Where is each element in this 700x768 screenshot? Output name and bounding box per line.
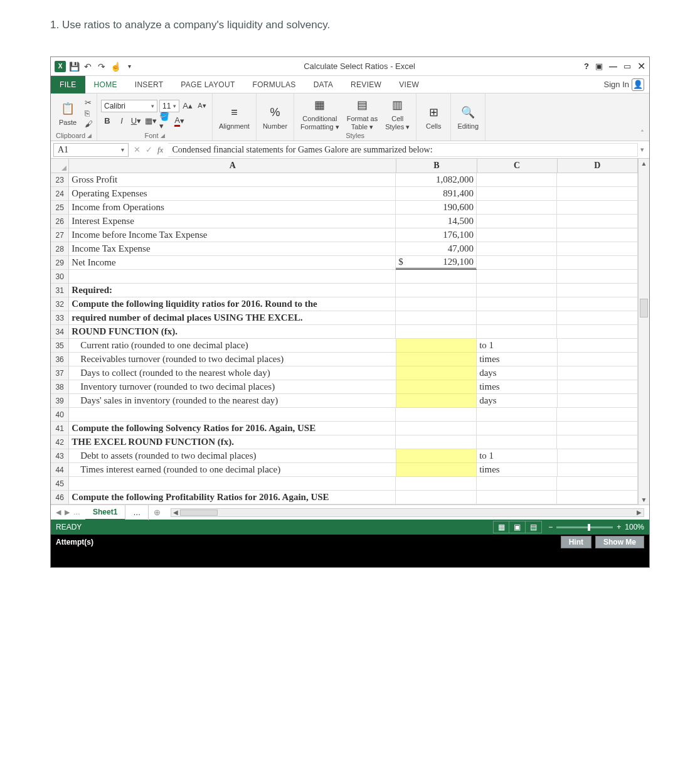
cell[interactable] bbox=[557, 491, 638, 504]
redo-icon[interactable]: ↷ bbox=[96, 61, 107, 72]
border-button[interactable]: ▦▾ bbox=[144, 115, 157, 127]
touch-mode-icon[interactable]: ☝ bbox=[110, 61, 121, 72]
cell[interactable] bbox=[477, 284, 558, 297]
row-header[interactable]: 35 bbox=[51, 339, 69, 353]
cell[interactable] bbox=[396, 284, 477, 297]
cell[interactable]: Net Income bbox=[69, 256, 396, 270]
cell[interactable] bbox=[396, 339, 477, 353]
cell[interactable] bbox=[477, 325, 558, 339]
font-name-combo[interactable]: Calibri▾ bbox=[101, 100, 157, 112]
row-header[interactable]: 31 bbox=[51, 284, 69, 297]
cell[interactable] bbox=[396, 422, 477, 435]
cell[interactable] bbox=[557, 325, 638, 339]
row-header[interactable]: 33 bbox=[51, 311, 69, 325]
row-header[interactable]: 32 bbox=[51, 297, 69, 311]
cell[interactable]: Current ratio (rounded to one decimal pl… bbox=[69, 339, 396, 353]
row-header[interactable]: 26 bbox=[51, 215, 69, 228]
row-header[interactable]: 36 bbox=[51, 353, 69, 366]
page-layout-view-icon[interactable]: ▣ bbox=[509, 521, 526, 533]
row-header[interactable]: 38 bbox=[51, 380, 69, 394]
row-header[interactable]: 29 bbox=[51, 256, 69, 270]
collapse-ribbon-icon[interactable]: ˄ bbox=[635, 127, 649, 141]
cell[interactable] bbox=[558, 366, 638, 380]
editing-button[interactable]: 🔍Editing bbox=[455, 102, 481, 131]
cell[interactable]: Days' sales in inventory (rounded to the… bbox=[69, 394, 396, 408]
cell[interactable] bbox=[477, 173, 558, 187]
tab-insert[interactable]: INSERT bbox=[126, 76, 172, 93]
cell[interactable] bbox=[477, 215, 558, 228]
tab-page-layout[interactable]: PAGE LAYOUT bbox=[172, 76, 243, 93]
cell[interactable]: Income from Operations bbox=[69, 201, 396, 215]
cell[interactable] bbox=[396, 270, 477, 284]
cell[interactable] bbox=[477, 187, 558, 201]
col-header-c[interactable]: C bbox=[477, 159, 558, 173]
cell[interactable] bbox=[396, 311, 477, 325]
copy-icon[interactable]: ⎘ bbox=[85, 109, 93, 118]
cell[interactable]: to 1 bbox=[477, 339, 557, 353]
col-header-a[interactable]: A bbox=[69, 159, 396, 173]
cell[interactable]: 891,400 bbox=[396, 187, 477, 201]
cell[interactable]: to 1 bbox=[477, 449, 557, 463]
cell[interactable] bbox=[558, 463, 638, 477]
cell[interactable] bbox=[69, 270, 396, 284]
cell[interactable] bbox=[396, 491, 477, 504]
row-header[interactable]: 43 bbox=[51, 449, 69, 463]
cell[interactable] bbox=[557, 173, 638, 187]
zoom-slider[interactable] bbox=[556, 526, 613, 528]
cell[interactable]: THE EXCEL ROUND FUNCTION (fx). bbox=[69, 435, 396, 449]
spreadsheet-grid[interactable]: A B C D 23Gross Profit1,082,00024Operati… bbox=[51, 159, 638, 504]
cell[interactable] bbox=[557, 422, 638, 435]
hscroll-thumb[interactable] bbox=[180, 509, 218, 516]
cell[interactable] bbox=[558, 339, 638, 353]
cell[interactable] bbox=[557, 270, 638, 284]
cell[interactable]: required number of decimal places USING … bbox=[69, 311, 396, 325]
row-header[interactable]: 24 bbox=[51, 187, 69, 201]
cell[interactable] bbox=[396, 449, 477, 463]
tab-file[interactable]: FILE bbox=[51, 76, 85, 93]
cell[interactable]: days bbox=[477, 394, 557, 408]
cell[interactable] bbox=[557, 201, 638, 215]
cell[interactable] bbox=[69, 408, 396, 422]
normal-view-icon[interactable]: ▦ bbox=[493, 521, 509, 533]
cell[interactable] bbox=[557, 242, 638, 256]
fill-color-button[interactable]: 🪣▾ bbox=[159, 115, 171, 127]
cell[interactable]: Compute the following Solvency Ratios fo… bbox=[69, 422, 396, 435]
row-header[interactable]: 45 bbox=[51, 477, 69, 491]
sheet-tab-sheet1[interactable]: Sheet1 bbox=[85, 505, 125, 520]
decrease-font-icon[interactable]: A▾ bbox=[196, 100, 208, 112]
cell[interactable]: ROUND FUNCTION (fx). bbox=[69, 325, 396, 339]
cell[interactable] bbox=[477, 311, 558, 325]
cell[interactable] bbox=[477, 435, 558, 449]
cell[interactable] bbox=[557, 228, 638, 242]
cell[interactable] bbox=[558, 353, 638, 366]
cell[interactable] bbox=[477, 408, 558, 422]
scroll-thumb[interactable] bbox=[640, 299, 648, 317]
cell[interactable]: Interest Expense bbox=[69, 215, 396, 228]
cell[interactable]: Income before Income Tax Expense bbox=[69, 228, 396, 242]
font-color-button[interactable]: A▾ bbox=[173, 115, 186, 127]
zoom-in-icon[interactable]: + bbox=[617, 523, 621, 531]
cancel-formula-icon[interactable]: ✕ bbox=[134, 145, 141, 154]
row-header[interactable]: 39 bbox=[51, 394, 69, 408]
undo-icon[interactable]: ↶ bbox=[82, 61, 93, 72]
row-header[interactable]: 44 bbox=[51, 463, 69, 477]
cell[interactable]: days bbox=[477, 366, 557, 380]
cell[interactable] bbox=[558, 394, 638, 408]
cell[interactable]: 176,100 bbox=[396, 228, 477, 242]
save-icon[interactable]: 💾 bbox=[68, 61, 80, 72]
cell[interactable]: $129,100 bbox=[396, 256, 477, 270]
cell[interactable]: 47,000 bbox=[396, 242, 477, 256]
horizontal-scrollbar[interactable]: ◀ ▶ bbox=[171, 508, 644, 517]
number-button[interactable]: %Number bbox=[260, 102, 290, 131]
cell[interactable]: Times interest earned (rounded to one de… bbox=[69, 463, 396, 477]
cell[interactable]: 190,600 bbox=[396, 201, 477, 215]
col-header-b[interactable]: B bbox=[396, 159, 477, 173]
cell[interactable]: Gross Profit bbox=[69, 173, 396, 187]
tab-view[interactable]: VIEW bbox=[390, 76, 428, 93]
zoom-out-icon[interactable]: − bbox=[548, 523, 553, 531]
cell[interactable] bbox=[396, 435, 477, 449]
cell[interactable] bbox=[558, 449, 638, 463]
row-header[interactable]: 34 bbox=[51, 325, 69, 339]
close-icon[interactable]: ✕ bbox=[637, 60, 645, 72]
cell[interactable] bbox=[396, 477, 477, 491]
